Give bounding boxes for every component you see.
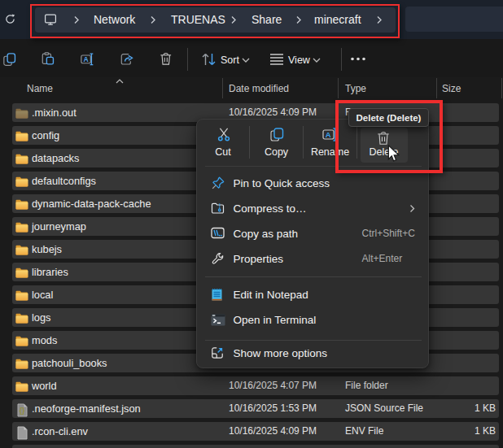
svg-text:{}: {} <box>19 407 24 415</box>
svg-text:A: A <box>325 130 330 139</box>
svg-text:A: A <box>83 55 88 63</box>
